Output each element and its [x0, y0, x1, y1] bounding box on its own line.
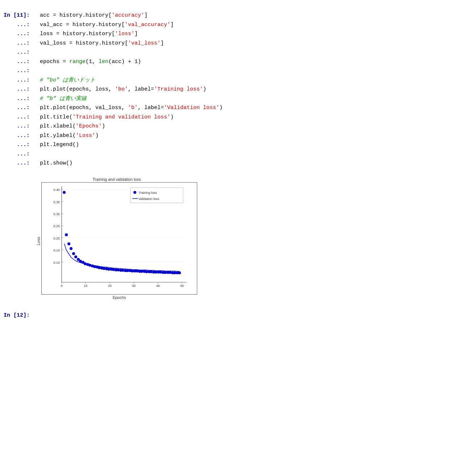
code-line-4: ...: val_loss = history.history['val_los…	[4, 39, 469, 48]
svg-text:0.35: 0.35	[53, 200, 60, 204]
svg-text:30: 30	[132, 284, 136, 288]
training-dot-16	[98, 266, 101, 269]
code-text-9: plt.plot(epochs, loss, 'bo', label='Trai…	[40, 85, 206, 94]
chart-output: Training and validation loss Loss	[36, 177, 476, 301]
code-text-5	[40, 48, 43, 57]
validation-loss-line	[64, 243, 179, 271]
training-dot-48	[173, 271, 176, 274]
prompt-cont-7: ...:	[4, 76, 40, 85]
svg-text:0.20: 0.20	[53, 237, 60, 240]
code-text-2: val_acc = history.history['val_accuracy'…	[40, 20, 174, 30]
chart-title: Training and validation loss	[36, 177, 197, 182]
code-line-1: In [11]: acc = history.history['accuracy…	[4, 11, 469, 20]
training-dot-18	[103, 267, 105, 270]
prompt-cont-14: ...:	[4, 140, 40, 150]
code-line-17: ...: plt.show()	[4, 159, 469, 168]
code-text-15: plt.legend()	[40, 140, 79, 150]
prompt-cont-2: ...:	[4, 29, 40, 39]
code-line-6: ...: epochs = range(1, len(acc) + 1)	[4, 57, 469, 67]
code-line-3: ...: loss = history.history['loss']	[4, 29, 469, 39]
training-dot-4	[70, 247, 73, 250]
training-dot-44	[164, 271, 167, 274]
training-dot-14	[93, 265, 96, 268]
training-dot-12	[88, 264, 91, 267]
svg-text:0.15: 0.15	[53, 249, 60, 252]
cell-11: In [11]: acc = history.history['accuracy…	[0, 7, 476, 172]
code-text-16	[40, 150, 43, 159]
training-dot-50	[178, 271, 181, 274]
legend-validation-label: Validation loss	[138, 197, 160, 201]
training-dot-22	[112, 268, 115, 271]
svg-text:10: 10	[84, 284, 87, 288]
code-line-8: ...: # "bo" は青いドット	[4, 76, 469, 85]
legend-training-dot	[133, 191, 136, 194]
training-dot-1	[63, 191, 66, 194]
prompt-12: In [12]:	[4, 312, 40, 318]
training-dot-5	[72, 252, 75, 255]
training-dot-46	[169, 271, 171, 274]
prompt-cont-8: ...:	[4, 85, 40, 94]
prompt-cont-3: ...:	[4, 39, 40, 48]
code-line-10: ...: # "b" は青い実線	[4, 94, 469, 104]
code-line-11: ...: plt.plot(epochs, val_loss, 'b', lab…	[4, 103, 469, 113]
prompt-cont-6: ...:	[4, 66, 40, 76]
svg-text:50: 50	[180, 284, 184, 288]
prompt-cont-1: ...:	[4, 20, 40, 30]
training-dot-28	[126, 269, 129, 272]
cell-12: In [12]:	[0, 309, 476, 322]
prompt-cont-10: ...:	[4, 103, 40, 113]
svg-text:20: 20	[108, 284, 112, 288]
training-dot-8	[79, 260, 82, 263]
code-line-15: ...: plt.legend()	[4, 140, 469, 150]
code-line-2: ...: val_acc = history.history['val_accu…	[4, 20, 469, 30]
training-dot-32	[136, 270, 138, 272]
prompt-cont-9: ...:	[4, 94, 40, 104]
code-text-6: epochs = range(1, len(acc) + 1)	[40, 57, 141, 67]
svg-text:0.10: 0.10	[53, 261, 60, 264]
prompt-cont-4: ...:	[4, 48, 40, 57]
training-dot-20	[107, 268, 110, 271]
training-dot-30	[131, 270, 134, 272]
prompt-cont-15: ...:	[4, 150, 40, 159]
svg-text:0.30: 0.30	[53, 212, 60, 216]
code-line-13: ...: plt.xlabel('Epochs')	[4, 122, 469, 131]
code-text-4: val_loss = history.history['val_loss']	[40, 39, 164, 48]
training-dot-40	[154, 271, 157, 274]
code-line-7: ...:	[4, 66, 469, 76]
code-text-10: # "b" は青い実線	[40, 94, 87, 104]
training-dot-36	[145, 270, 148, 273]
code-text-12: plt.title('Training and validation loss'…	[40, 113, 174, 122]
training-dot-26	[121, 269, 124, 272]
chart-svg: 0.40 0.35 0.30 0.25 0.20	[41, 182, 197, 295]
svg-text:40: 40	[156, 284, 160, 288]
prompt-cont-11: ...:	[4, 113, 40, 122]
training-dot-34	[140, 270, 143, 273]
y-axis-label: Loss	[36, 182, 41, 300]
chart-container: Training and validation loss Loss	[36, 177, 197, 300]
training-dot-3	[67, 242, 70, 245]
svg-text:0.40: 0.40	[53, 188, 60, 192]
legend-training-label: Training loss	[138, 191, 157, 195]
svg-text:0: 0	[61, 284, 62, 288]
code-text-1: acc = history.history['accuracy']	[40, 11, 148, 20]
code-line-14: ...: plt.ylabel('Loss')	[4, 131, 469, 141]
training-dot-38	[150, 270, 153, 273]
code-text-3: loss = history.history['loss']	[40, 29, 138, 39]
x-axis-label: Epochs	[41, 295, 197, 300]
code-text-7	[40, 66, 43, 76]
code-line-9: ...: plt.plot(epochs, loss, 'bo', label=…	[4, 85, 469, 94]
chart-inner: 0.40 0.35 0.30 0.25 0.20	[41, 182, 197, 300]
code-line-16: ...:	[4, 150, 469, 159]
code-text-14: plt.ylabel('Loss')	[40, 131, 99, 141]
prompt-cont-5: ...:	[4, 57, 40, 67]
training-dot-10	[84, 262, 87, 265]
training-dot-42	[159, 271, 162, 274]
code-text-8: # "bo" は青いドット	[40, 76, 95, 85]
svg-text:0.25: 0.25	[53, 224, 60, 228]
code-text-11: plt.plot(epochs, val_loss, 'b', label='V…	[40, 103, 223, 113]
prompt-cont-16: ...:	[4, 159, 40, 168]
code-text-17: plt.show()	[40, 159, 73, 168]
code-line-5: ...:	[4, 48, 469, 57]
prompt-cont-13: ...:	[4, 131, 40, 141]
code-line-12: ...: plt.title('Training and validation …	[4, 113, 469, 122]
